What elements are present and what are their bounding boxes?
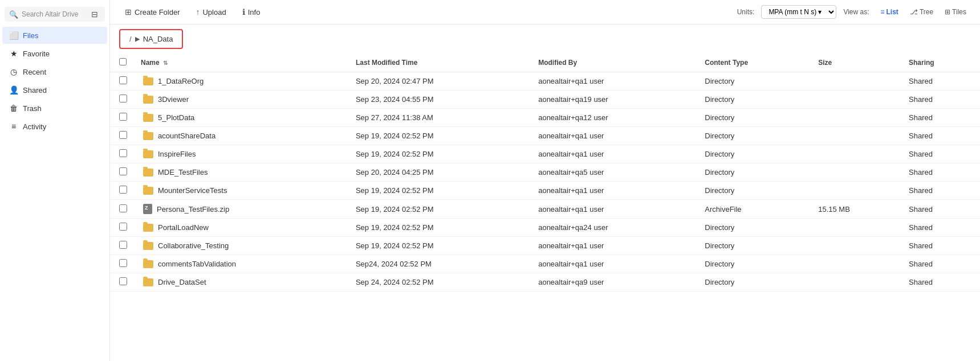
row-size [811,273,902,292]
table-row: 5_PlotData Sep 27, 2024 11:38 AM aonealt… [110,109,980,127]
file-name[interactable]: 1_DataReOrg [158,77,204,85]
folder-icon [143,278,153,286]
tree-icon: ⎇ [910,8,918,16]
row-size [811,91,902,109]
row-name-cell: acountShareData [136,127,349,145]
row-checkbox-9[interactable] [119,241,127,249]
info-button[interactable]: ℹ Info [237,5,266,19]
row-last-modified: Sep 20, 2024 04:25 PM [349,163,531,182]
units-select[interactable]: MPA (mm t N s) ▾ [761,5,836,19]
create-folder-icon: ⊞ [125,7,132,17]
table-row: InspireFiles Sep 19, 2024 02:52 PM aonea… [110,145,980,163]
sidebar-label-shared: Shared [23,86,47,95]
file-name[interactable]: 5_PlotData [158,113,194,122]
file-name[interactable]: commentsTabValidation [158,260,236,268]
table-row: 3Dviewer Sep 23, 2024 04:55 PM aonealtai… [110,91,980,109]
row-modified-by: aonealtair+qa1 user [531,127,698,145]
folder-icon [143,169,153,177]
row-modified-by: aonealtair+qa1 user [531,145,698,163]
row-modified-by: aonealtair+qa12 user [531,109,698,127]
row-content-type: Directory [698,72,811,91]
col-sharing[interactable]: Sharing [902,54,980,72]
files-icon: ⬜ [9,31,18,40]
folder-icon [143,224,153,232]
row-modified-by: aonealtair+qa9 user [531,273,698,292]
sidebar-item-recent[interactable]: ◷ Recent [2,63,107,80]
row-sharing: Shared [902,273,980,292]
sidebar-item-files[interactable]: ⬜ Files [2,27,107,44]
units-label: Units: [737,8,755,16]
sidebar-item-activity[interactable]: ≡ Activity [2,118,107,135]
select-all-col [110,54,136,72]
upload-icon: ↑ [196,7,200,17]
file-name[interactable]: Persona_TestFiles.zip [157,205,229,214]
table-row: Persona_TestFiles.zip Sep 19, 2024 02:52… [110,200,980,219]
file-name[interactable]: Drive_DataSet [158,278,206,286]
table-row: PortalLoadNew Sep 19, 2024 02:52 PM aone… [110,219,980,237]
row-name-cell: PortalLoadNew [136,219,349,237]
file-name[interactable]: 3Dviewer [158,95,189,104]
row-sharing: Shared [902,109,980,127]
row-checkbox-3[interactable] [119,131,127,139]
col-modified-by[interactable]: Modified By [531,54,698,72]
file-name[interactable]: MounterServiceTests [158,186,227,195]
row-size [811,145,902,163]
row-sharing: Shared [902,127,980,145]
sidebar-item-favorite[interactable]: ★ Favorite [2,45,107,62]
sidebar-item-shared[interactable]: 👤 Shared [2,81,107,99]
row-sharing: Shared [902,72,980,91]
col-name[interactable]: Name ⇅ [136,54,349,72]
toolbar: ⊞ Create Folder ↑ Upload ℹ Info Units: M… [110,0,980,24]
row-checkbox-cell [110,273,136,292]
row-content-type: Directory [698,163,811,182]
col-content-type[interactable]: Content Type [698,54,811,72]
view-toggle: ≡ List ⎇ Tree ⊞ Tiles [876,6,971,18]
file-name[interactable]: acountShareData [158,132,215,140]
view-tiles-button[interactable]: ⊞ Tiles [940,6,971,18]
row-name-cell: 1_DataReOrg [136,72,349,91]
breadcrumb-folder-name: NA_Data [143,35,173,43]
select-all-checkbox[interactable] [119,58,127,65]
row-checkbox-8[interactable] [119,223,127,231]
folder-icon [143,150,153,158]
file-name[interactable]: Collaborative_Testing [158,241,229,250]
search-bar[interactable]: 🔍 Search Altair Drive ⊟ [5,7,105,22]
row-checkbox-5[interactable] [119,167,127,175]
create-folder-button[interactable]: ⊞ Create Folder [119,5,185,19]
row-checkbox-11[interactable] [119,277,127,285]
row-modified-by: aonealtair+qa1 user [531,182,698,200]
row-checkbox-4[interactable] [119,149,127,157]
row-checkbox-6[interactable] [119,186,127,194]
sidebar-item-trash[interactable]: 🗑 Trash [2,100,107,117]
row-sharing: Shared [902,200,980,219]
row-content-type: Directory [698,127,811,145]
folder-icon [143,260,153,268]
breadcrumb: / ▶ NA_Data [119,29,183,49]
row-checkbox-1[interactable] [119,95,127,102]
file-name[interactable]: MDE_TestFiles [158,168,208,177]
row-sharing: Shared [902,255,980,273]
row-modified-by: aonealtair+qa24 user [531,219,698,237]
col-name-label: Name [141,59,160,67]
row-checkbox-10[interactable] [119,259,127,267]
row-checkbox-2[interactable] [119,113,127,121]
row-last-modified: Sep 19, 2024 02:52 PM [349,182,531,200]
row-checkbox-0[interactable] [119,76,127,84]
filter-icon[interactable]: ⊟ [91,10,98,19]
upload-button[interactable]: ↑ Upload [190,5,231,19]
row-size: 15.15 MB [811,200,902,219]
file-name[interactable]: PortalLoadNew [158,223,209,232]
col-size[interactable]: Size [811,54,902,72]
view-tree-button[interactable]: ⎇ Tree [905,6,938,18]
row-name-cell: 5_PlotData [136,109,349,127]
sidebar-label-files: Files [23,31,38,40]
file-name[interactable]: InspireFiles [158,150,196,158]
row-checkbox-7[interactable] [119,204,127,212]
row-checkbox-cell [110,219,136,237]
col-last-modified[interactable]: Last Modified Time [349,54,531,72]
tiles-label: Tiles [952,8,966,16]
view-list-button[interactable]: ≡ List [876,6,903,18]
trash-icon: 🗑 [9,104,18,113]
table-row: 1_DataReOrg Sep 20, 2024 02:47 PM aoneal… [110,72,980,91]
file-list-content: Name ⇅ Last Modified Time Modified By Co… [110,54,980,361]
